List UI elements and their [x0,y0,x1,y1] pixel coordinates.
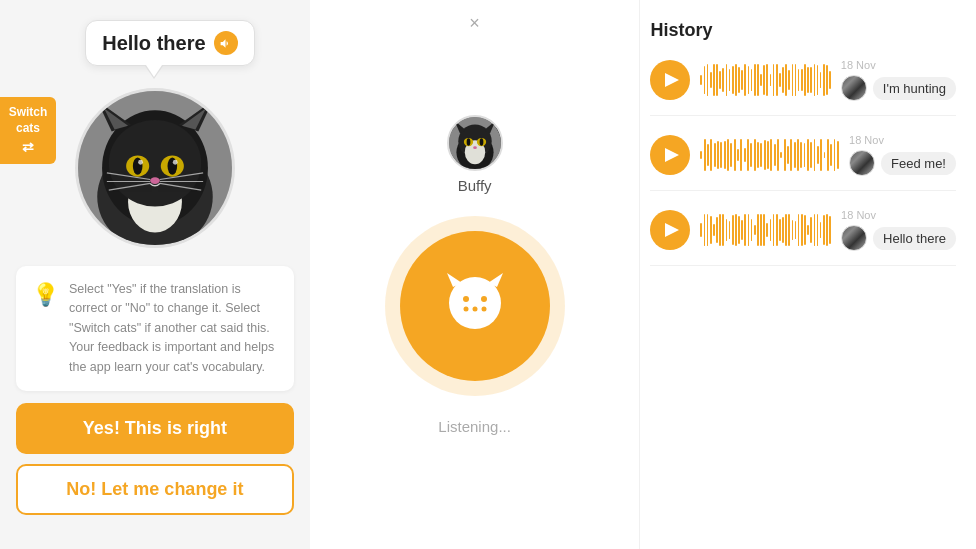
waveform [700,212,831,248]
history-item-right: 18 NovI'm hunting [841,59,956,101]
lightbulb-icon: 💡 [32,282,59,308]
history-title: History [650,20,956,41]
center-cat-avatar [447,115,503,171]
listening-text: Listening... [438,418,511,435]
svg-point-38 [463,306,468,311]
yes-button[interactable]: Yes! This is right [16,403,294,454]
play-icon [665,223,679,237]
history-avatar [841,225,867,251]
play-button[interactable] [650,60,690,100]
speech-bubble: Hello there [85,20,254,66]
history-item-right: 18 NovHello there [841,209,956,251]
cat-avatar [75,88,235,248]
history-date: 18 Nov [849,134,884,146]
history-cat-row: Feed me! [849,150,956,176]
history-label: Feed me! [881,152,956,175]
mic-button-inner [400,231,550,381]
svg-point-40 [481,306,486,311]
switch-cats-button[interactable]: Switch cats ⇄ [0,97,56,164]
switch-cats-arrows-icon: ⇄ [22,138,34,156]
right-panel: History 18 NovI'm hunting18 NovFeed me!1… [639,0,976,549]
close-button[interactable]: × [469,14,480,32]
history-avatar [849,150,875,176]
history-cat-row: I'm hunting [841,75,956,101]
history-date: 18 Nov [841,59,876,71]
switch-cats-label: Switch cats [8,105,48,136]
info-box: 💡 Select "Yes" if the translation is cor… [16,266,294,391]
waveform [700,137,839,173]
play-icon [665,73,679,87]
svg-point-13 [138,160,143,165]
history-item: 18 NovFeed me! [650,134,956,191]
history-item: 18 NovI'm hunting [650,59,956,116]
speaker-icon[interactable] [214,31,238,55]
history-date: 18 Nov [841,209,876,221]
svg-point-36 [463,296,469,302]
no-button[interactable]: No! Let me change it [16,464,294,515]
svg-point-32 [473,146,477,149]
mic-button[interactable] [385,216,565,396]
svg-point-37 [481,296,487,302]
svg-point-14 [173,160,178,165]
svg-point-39 [472,306,477,311]
play-button[interactable] [650,210,690,250]
center-cat-name: Buffy [458,177,492,194]
history-label: I'm hunting [873,77,956,100]
play-icon [665,148,679,162]
svg-point-4 [109,120,201,207]
play-button[interactable] [650,135,690,175]
history-list: 18 NovI'm hunting18 NovFeed me!18 NovHel… [650,59,956,266]
history-label: Hello there [873,227,956,250]
waveform [700,62,830,98]
history-item-right: 18 NovFeed me! [849,134,956,176]
svg-point-15 [150,177,160,184]
svg-point-30 [466,138,470,145]
center-panel: × Buffy [310,0,640,549]
info-text: Select "Yes" if the translation is corre… [69,280,278,377]
history-cat-row: Hello there [841,225,956,251]
history-avatar [841,75,867,101]
left-panel: Hello there Switch cats ⇄ [0,0,310,549]
svg-point-31 [479,138,483,145]
history-item: 18 NovHello there [650,209,956,266]
translation-text: Hello there [102,32,205,55]
